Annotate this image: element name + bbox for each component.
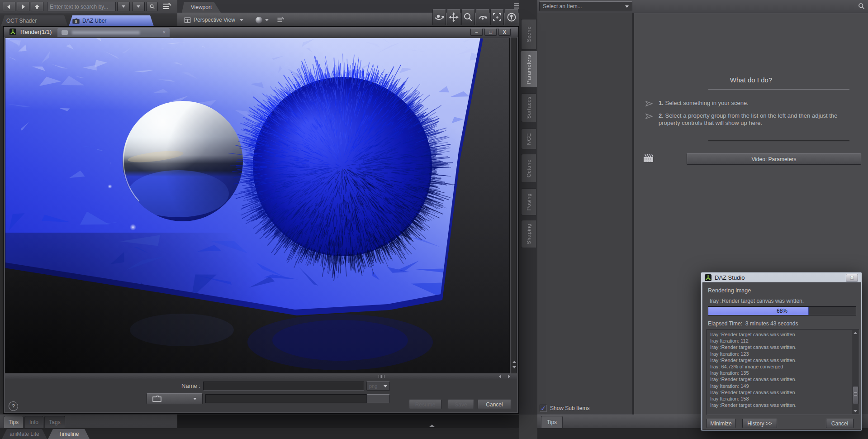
render-path-input[interactable]: [205, 394, 367, 403]
item-list-column: ✓ Show Sub Items: [537, 13, 632, 415]
vscroll-up-arrow[interactable]: [512, 361, 516, 363]
right-arrow-icon: [20, 4, 26, 10]
video-clapperboard-icon: [643, 154, 654, 163]
button-label: Cancel: [486, 401, 503, 408]
tab-viewport[interactable]: Viewport: [182, 2, 221, 13]
help-step-1: 1. Select something in your scene.: [645, 100, 857, 107]
up-level-button[interactable]: [31, 2, 43, 11]
browse-secondary-button[interactable]: [366, 394, 390, 403]
drawstyle-button[interactable]: [251, 14, 272, 25]
up-arrow-icon: [34, 4, 40, 10]
minimize-icon: −: [475, 29, 478, 35]
orbit-tool-button[interactable]: [432, 9, 446, 25]
question-icon: ?: [12, 403, 15, 410]
side-tab-shaping[interactable]: Shaping: [521, 220, 536, 248]
content-toolbar: [0, 0, 177, 14]
search-input[interactable]: [47, 2, 116, 11]
log-line: Iray Iteration: 123: [710, 351, 856, 357]
scroll-up-arrow[interactable]: [854, 332, 857, 334]
scroll-thumb[interactable]: [853, 386, 859, 404]
pane-search-icon[interactable]: [858, 2, 865, 10]
rotate-tool-button[interactable]: [476, 9, 489, 25]
tab-daz-uber[interactable]: S DAZ Uber: [69, 15, 154, 26]
hscroll-left-arrow[interactable]: [499, 375, 501, 378]
caret-down-icon: [193, 398, 197, 400]
render-log-box: Iray :Render target canvas was written.I…: [707, 329, 859, 415]
view-selector-label: Perspective View: [194, 17, 235, 23]
pane-collapse-handle[interactable]: [429, 425, 435, 427]
window-minimize-button[interactable]: −: [470, 29, 483, 36]
save-button[interactable]: Save: [448, 400, 474, 409]
render-save-form: Name : png ? Resume Save Cancel: [5, 379, 517, 412]
render-window-titlebar[interactable]: Render(1/1) × − □ X: [4, 27, 518, 37]
side-tab-label: Shaping: [526, 224, 531, 244]
tab-tips[interactable]: Tips: [4, 416, 24, 428]
pane-options-icon[interactable]: [162, 1, 172, 11]
log-line: Iray :Render target canvas was written.: [710, 402, 856, 408]
log-scrollbar[interactable]: [852, 330, 859, 414]
view-selector[interactable]: Perspective View: [181, 14, 249, 25]
orbit-icon: [434, 12, 445, 23]
button-label: Resume: [415, 401, 436, 408]
side-tab-octane[interactable]: Octane: [521, 154, 536, 183]
vscroll-down-arrow[interactable]: [512, 366, 516, 368]
left-arrow-icon: [6, 4, 12, 10]
viewport-menu-icon[interactable]: [276, 16, 285, 24]
dialog-close-button[interactable]: X: [846, 274, 858, 282]
maximize-icon: □: [489, 29, 492, 35]
tab-oct-shader[interactable]: OCT Shader: [1, 15, 68, 26]
render-log-list: Iray :Render target canvas was written.I…: [707, 329, 859, 414]
forward-button[interactable]: [17, 2, 29, 11]
show-sub-items-checkbox[interactable]: ✓: [540, 405, 547, 412]
tab-tags[interactable]: Tags: [44, 416, 65, 428]
tab-info[interactable]: Info: [24, 416, 43, 428]
image-vscrollbar[interactable]: [511, 38, 517, 373]
side-tab-posing[interactable]: Posing: [521, 188, 536, 215]
show-sub-items-row[interactable]: ✓ Show Sub Items: [540, 405, 589, 412]
scroll-down-arrow[interactable]: [854, 410, 857, 412]
search-dropdown-button[interactable]: [117, 2, 130, 11]
pan-icon: [448, 12, 459, 23]
window-close-button[interactable]: X: [498, 29, 511, 36]
render-cancel-button[interactable]: Cancel: [478, 400, 511, 409]
video-parameters-button[interactable]: Video: Parameters: [687, 153, 861, 165]
pan-tool-button[interactable]: [447, 9, 460, 25]
dialog-cancel-button[interactable]: Cancel: [826, 419, 854, 428]
shader-tab-row: OCT Shader S DAZ Uber: [0, 14, 177, 26]
render-name-input[interactable]: [203, 382, 364, 391]
show-sub-items-label: Show Sub Items: [550, 405, 589, 411]
dialog-minimize-button[interactable]: Minimize: [707, 419, 735, 428]
side-tab-scene[interactable]: Scene: [521, 19, 536, 50]
item-selector[interactable]: Select an Item...: [539, 1, 632, 11]
zoom-tool-button[interactable]: [461, 9, 475, 25]
ghost-tab: ×: [57, 28, 170, 37]
elapsed-time: Elapsed Time: 3 minutes 43 seconds: [708, 320, 798, 327]
format-dropdown[interactable]: png: [366, 382, 390, 391]
folder-browse-button[interactable]: [147, 393, 203, 404]
side-tab-nge[interactable]: NGE: [521, 129, 536, 149]
resume-button[interactable]: Resume: [409, 400, 441, 409]
tab-tips-right[interactable]: Tips: [541, 416, 563, 428]
hscroll-right-arrow[interactable]: [508, 375, 510, 378]
button-label: Minimize: [710, 420, 731, 427]
aim-home-button[interactable]: [505, 9, 518, 25]
caret-down-icon: [625, 5, 629, 8]
side-tab-surfaces[interactable]: Surfaces: [521, 93, 536, 122]
dialog-titlebar[interactable]: DAZ Studio X: [701, 272, 862, 282]
frame-tool-button[interactable]: [490, 9, 504, 25]
tab-label: Info: [29, 419, 38, 425]
search-go-button[interactable]: [146, 2, 158, 11]
progress-label: 68%: [708, 308, 856, 314]
tab-timeline[interactable]: Timeline: [48, 429, 90, 439]
render-image-canvas[interactable]: [5, 38, 510, 373]
back-button[interactable]: [3, 2, 15, 11]
progress-dialog: DAZ Studio X Rendering image Iray :Rende…: [701, 272, 862, 431]
tab-animate-lite[interactable]: aniMate Lite: [2, 429, 47, 439]
filter-dropdown-button[interactable]: [132, 2, 145, 11]
side-tab-parameters[interactable]: Parameters: [520, 51, 537, 88]
daz-studio-app: OCT Shader S DAZ Uber Viewport Perspecti…: [0, 0, 868, 439]
image-form-splitter[interactable]: [5, 374, 517, 379]
window-maximize-button[interactable]: □: [484, 29, 497, 36]
dialog-history-button[interactable]: History >>: [742, 419, 777, 428]
help-button[interactable]: ?: [9, 401, 18, 411]
